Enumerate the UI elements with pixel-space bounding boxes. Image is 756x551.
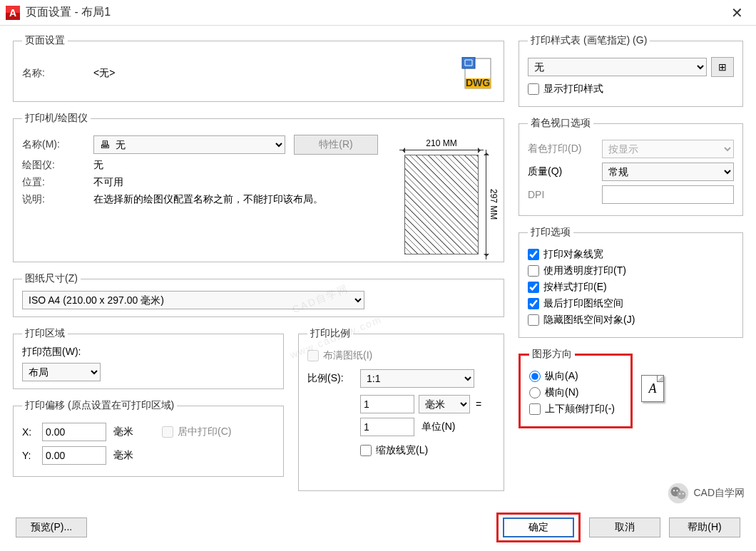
svg-text:DWG: DWG xyxy=(466,77,490,88)
center-label: 居中打印(C) xyxy=(178,426,231,438)
portrait-radio[interactable] xyxy=(529,371,541,382)
range-select[interactable]: 布局 xyxy=(22,363,101,381)
shade-print-label: 着色打印(D) xyxy=(528,143,602,155)
ok-button[interactable]: 确定 xyxy=(503,517,574,537)
properties-button[interactable]: 特性(R) xyxy=(294,135,378,155)
unit2-label: 单位(N) xyxy=(422,421,455,433)
unit1-select[interactable]: 毫米 xyxy=(419,395,470,413)
opt-style-checkbox[interactable] xyxy=(528,282,539,293)
opt-hide-label: 隐藏图纸空间对象(J) xyxy=(543,314,635,326)
printer-name-select[interactable]: 🖶 无 xyxy=(93,135,285,154)
printer-legend: 打印机/绘图仪 xyxy=(22,112,91,125)
printer-name-label: 名称(M): xyxy=(22,138,93,151)
landscape-radio[interactable] xyxy=(529,387,541,398)
close-button[interactable]: ✕ xyxy=(725,1,749,24)
window-title: 页面设置 - 布局1 xyxy=(26,5,111,20)
scale-lw-checkbox[interactable] xyxy=(360,445,372,456)
unit1-input[interactable] xyxy=(360,395,414,413)
opt-last-label: 最后打印图纸空间 xyxy=(543,297,623,310)
orientation-group: 图形方向 纵向(A) 横向(N) 上下颠倒打印(-) xyxy=(519,348,633,428)
fit-label: 布满图纸(I) xyxy=(323,349,372,362)
shade-print-select: 按显示 xyxy=(602,140,734,158)
opt-lw-label: 打印对象线宽 xyxy=(543,248,603,261)
svg-point-10 xyxy=(683,493,684,495)
shade-legend: 着色视口选项 xyxy=(528,117,593,130)
cancel-button[interactable]: 取消 xyxy=(589,517,660,537)
offset-group: 打印偏移 (原点设置在可打印区域) X: 毫米 居中打印(C) Y: 毫米 xyxy=(13,399,284,477)
page-setup-group: 页面设置 名称: <无> DWG xyxy=(13,34,504,102)
svg-point-7 xyxy=(673,490,675,491)
x-input[interactable] xyxy=(42,423,106,441)
opt-last-checkbox[interactable] xyxy=(528,298,539,309)
plot-style-select[interactable]: 无 xyxy=(528,58,707,76)
y-label: Y: xyxy=(22,450,42,461)
y-input[interactable] xyxy=(42,446,106,465)
svg-rect-3 xyxy=(462,57,475,68)
orientation-legend: 图形方向 xyxy=(529,348,575,361)
wechat-badge: CAD自学网 xyxy=(662,480,750,507)
quality-label: 质量(Q) xyxy=(528,165,602,178)
fit-checkbox xyxy=(307,350,319,361)
options-group: 打印选项 打印对象线宽 使用透明度打印(T) 按样式打印(E) 最后打印图纸空间… xyxy=(519,226,743,338)
print-area-group: 打印区域 打印范围(W): 布局 xyxy=(13,327,284,389)
wechat-badge-label: CAD自学网 xyxy=(693,487,745,500)
upside-checkbox[interactable] xyxy=(529,403,541,415)
opt-trans-checkbox[interactable] xyxy=(528,265,539,277)
name-label: 名称: xyxy=(22,67,93,80)
landscape-label: 横向(N) xyxy=(545,386,578,399)
paper-height-label: 297 MM xyxy=(489,189,499,220)
scale-lw-label: 缩放线宽(L) xyxy=(376,444,428,457)
app-icon: A xyxy=(6,6,20,20)
location-label: 位置: xyxy=(22,176,93,189)
paper-width-label: 210 MM xyxy=(405,138,478,148)
range-label: 打印范围(W): xyxy=(22,346,275,359)
print-scale-legend: 打印比例 xyxy=(307,327,353,340)
print-area-legend: 打印区域 xyxy=(22,327,68,340)
plot-style-edit-button[interactable]: ⊞ xyxy=(711,57,734,77)
paper-preview: 210 MM 297 MM xyxy=(404,155,479,254)
dpi-input xyxy=(602,185,734,204)
options-legend: 打印选项 xyxy=(528,226,573,239)
portrait-label: 纵向(A) xyxy=(545,370,578,383)
offset-legend: 打印偏移 (原点设置在可打印区域) xyxy=(22,399,177,412)
equals-label: = xyxy=(476,398,481,410)
desc-value: 在选择新的绘图仪配置名称之前，不能打印该布局。 xyxy=(93,193,329,206)
plot-style-group: 打印样式表 (画笔指定) (G) 无 ⊞ 显示打印样式 xyxy=(519,34,743,107)
opt-lw-checkbox[interactable] xyxy=(528,249,539,260)
scale-select[interactable]: 1:1 xyxy=(360,369,474,388)
y-unit: 毫米 xyxy=(113,449,133,462)
desc-label: 说明: xyxy=(22,193,93,206)
orientation-icon: A xyxy=(641,375,664,402)
paper-size-group: 图纸尺寸(Z) ISO A4 (210.00 x 297.00 毫米) xyxy=(13,272,504,317)
svg-point-8 xyxy=(677,490,678,491)
dpi-label: DPI xyxy=(528,189,602,200)
opt-trans-label: 使用透明度打印(T) xyxy=(543,264,626,277)
opt-hide-checkbox[interactable] xyxy=(528,314,539,326)
location-value: 不可用 xyxy=(93,176,123,189)
help-button[interactable]: 帮助(H) xyxy=(669,517,740,537)
page-setup-legend: 页面设置 xyxy=(22,34,68,47)
show-style-checkbox[interactable] xyxy=(528,83,539,95)
plot-style-legend: 打印样式表 (画笔指定) (G) xyxy=(528,34,650,47)
svg-point-9 xyxy=(680,493,681,495)
show-style-label: 显示打印样式 xyxy=(543,83,603,96)
title-bar: A 页面设置 - 布局1 ✕ xyxy=(0,0,756,26)
quality-select[interactable]: 常规 xyxy=(602,163,734,181)
shade-group: 着色视口选项 着色打印(D) 按显示 质量(Q) 常规 DPI xyxy=(519,117,743,216)
printer-group: 打印机/绘图仪 名称(M): 🖶 无 特性(R) 绘图仪: 无 xyxy=(13,112,504,262)
x-unit: 毫米 xyxy=(113,426,133,438)
preview-button[interactable]: 预览(P)... xyxy=(16,517,87,537)
scale-label: 比例(S): xyxy=(307,372,360,385)
name-value: <无> xyxy=(93,67,461,80)
x-label: X: xyxy=(22,426,42,438)
upside-label: 上下颠倒打印(-) xyxy=(545,403,615,416)
svg-point-6 xyxy=(678,490,686,499)
paper-size-legend: 图纸尺寸(Z) xyxy=(22,272,81,285)
unit2-input[interactable] xyxy=(360,418,414,436)
plotter-label: 绘图仪: xyxy=(22,159,93,172)
opt-style-label: 按样式打印(E) xyxy=(543,281,607,294)
center-checkbox xyxy=(162,426,173,438)
dwg-icon: DWG xyxy=(461,57,495,90)
print-scale-group: 打印比例 布满图纸(I) 比例(S): 1:1 毫米 = xyxy=(298,327,504,491)
paper-size-select[interactable]: ISO A4 (210.00 x 297.00 毫米) xyxy=(22,291,364,309)
